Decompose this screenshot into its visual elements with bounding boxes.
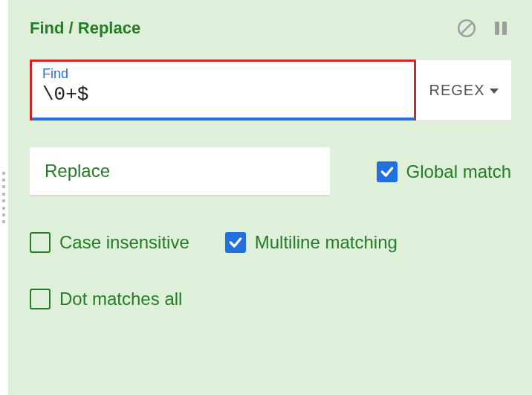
svg-rect-3: [502, 22, 507, 35]
checkbox-label: Global match: [406, 161, 511, 182]
checkbox-icon: [30, 232, 51, 253]
checkbox-icon: [30, 289, 51, 309]
checkbox-icon: [377, 161, 398, 182]
chevron-down-icon: [490, 89, 499, 94]
options-row-1: Case insensitive Multiline matching: [30, 232, 511, 253]
svg-line-1: [461, 23, 472, 33]
checkbox-label: Case insensitive: [59, 232, 189, 253]
checkbox-icon: [225, 232, 246, 253]
find-replace-panel: Find / Replace Find REG: [9, 0, 532, 395]
multiline-matching-checkbox[interactable]: Multiline matching: [225, 232, 398, 253]
dot-matches-all-checkbox[interactable]: Dot matches all: [30, 289, 182, 309]
panel-header: Find / Replace: [30, 18, 511, 39]
replace-placeholder: Replace: [45, 161, 110, 182]
find-row: Find REGEX: [30, 60, 511, 121]
svg-rect-2: [495, 22, 499, 35]
options-row-2: Dot matches all: [30, 289, 511, 309]
replace-field[interactable]: Replace: [30, 147, 330, 196]
replace-row: Replace Global match: [30, 147, 511, 196]
panel-resize-grip[interactable]: [0, 0, 9, 395]
find-label: Find: [42, 66, 403, 82]
panel-title: Find / Replace: [30, 19, 140, 38]
global-match-checkbox[interactable]: Global match: [377, 161, 511, 182]
checkbox-label: Multiline matching: [255, 232, 398, 253]
case-insensitive-checkbox[interactable]: Case insensitive: [30, 232, 189, 253]
cancel-icon[interactable]: [456, 18, 477, 39]
pause-icon[interactable]: [490, 18, 511, 39]
find-input[interactable]: [42, 83, 403, 106]
header-actions: [456, 18, 511, 39]
checkbox-label: Dot matches all: [59, 289, 182, 309]
mode-dropdown[interactable]: REGEX: [416, 60, 511, 121]
mode-label: REGEX: [429, 82, 484, 99]
find-field[interactable]: Find: [30, 60, 416, 121]
